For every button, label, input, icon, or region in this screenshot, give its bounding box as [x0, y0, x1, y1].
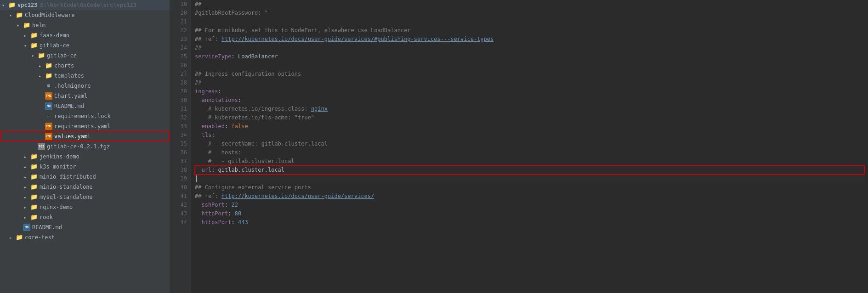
tree-item-gitlab-ce-tgz[interactable]: TGZgitlab-ce-0.2.1.tgz	[0, 141, 170, 152]
tree-item-label: k3s-monitor	[40, 163, 76, 170]
code-line: serviceType: LoadBalancer	[195, 52, 864, 61]
tree-item-label: gitlab-ce-0.2.1.tgz	[47, 143, 110, 150]
tree-item-templates[interactable]: 📁templates	[0, 71, 170, 81]
tree-item-helm[interactable]: 📁helm	[0, 20, 170, 30]
key-token: tls	[195, 132, 211, 138]
key-token: enabled	[195, 123, 225, 130]
tree-arrow	[24, 215, 30, 220]
tree-item-requirements-lock[interactable]: ≡requirements.lock	[0, 111, 170, 121]
tree-item-label: README.md	[54, 103, 84, 109]
line-number: 43	[170, 209, 187, 218]
key-token: url	[195, 167, 211, 173]
line-number: 30	[170, 96, 187, 105]
tree-arrow	[24, 185, 30, 190]
folder-icon: 📁	[8, 1, 16, 9]
tree-item-gitlab-ce-outer[interactable]: 📁gitlab-ce	[0, 40, 170, 51]
plain-token: :	[228, 210, 234, 217]
code-line: httpPort: 80	[195, 209, 864, 218]
tree-arrow	[24, 175, 30, 180]
tree-item-charts[interactable]: 📁charts	[0, 61, 170, 71]
tree-item-label: faas-demo	[40, 32, 69, 39]
key-token: serviceType	[195, 53, 231, 60]
folder-icon: 📁	[45, 72, 52, 79]
line-number: 33	[170, 122, 187, 131]
line-number: 23	[170, 35, 187, 44]
line-number: 38	[170, 166, 187, 175]
tree-item-gitlab-ce-inner[interactable]: 📁gitlab-ce	[0, 51, 170, 61]
tree-item-requirements-yaml[interactable]: YMLrequirements.yaml	[0, 121, 170, 131]
code-line: httpsPort: 443	[195, 218, 864, 227]
tree-arrow	[9, 13, 16, 18]
md-icon: MD	[45, 102, 52, 110]
code-line: annotations:	[195, 96, 864, 105]
comment-token: ## For minikube, set this to NodePort, e…	[195, 27, 411, 34]
tree-item-minio-standalone[interactable]: 📁minio-standalone	[0, 182, 170, 192]
tree-arrow	[17, 23, 23, 28]
comment-token: ## ref:	[195, 193, 221, 199]
bool-token: false	[231, 123, 248, 130]
line-number: 21	[170, 17, 187, 26]
comment-token: #gitlabRootPassword: ""	[195, 10, 271, 16]
tree-item-faas-demo[interactable]: 📁faas-demo	[0, 30, 170, 40]
tree-item-vpc123[interactable]: 📁vpc123E:\WorkCode\GoCode\src\vpc123	[0, 0, 170, 10]
file-tree: 📁vpc123E:\WorkCode\GoCode\src\vpc123📁Clo…	[0, 0, 170, 293]
tree-item-readme-md[interactable]: MDREADME.md	[0, 101, 170, 111]
yaml-icon: YML	[45, 133, 52, 140]
line-number: 44	[170, 218, 187, 227]
tree-item-label: CloudMiddleware	[25, 12, 74, 18]
comment-token: # - secretName: gitlab.cluster.local	[195, 141, 328, 147]
tree-item-core-test[interactable]: 📁core-test	[0, 232, 170, 242]
tree-item-mysql-standalone[interactable]: 📁mysql-standalone	[0, 192, 170, 202]
line-number: 34	[170, 131, 187, 140]
tgz-icon: TGZ	[38, 143, 45, 150]
line-number: 22	[170, 26, 187, 35]
tree-item-readme-md-2[interactable]: MDREADME.md	[0, 222, 170, 232]
key-token: httpsPort	[195, 219, 231, 225]
tree-item-chart-yaml[interactable]: YMLChart.yaml	[0, 91, 170, 101]
key-token: httpPort	[195, 210, 228, 217]
line-number: 26	[170, 61, 187, 70]
tree-item-label: vpc123E:\WorkCode\GoCode\src\vpc123	[17, 2, 136, 8]
tree-item-nginx-demo[interactable]: 📁nginx-demo	[0, 202, 170, 212]
tree-item-label: values.yaml	[54, 133, 91, 140]
link-token: http://kubernetes.io/docs/user-guide/ser…	[221, 193, 374, 199]
number-token: 22	[231, 202, 238, 208]
code-line: ## Configure external service ports	[195, 183, 864, 192]
plain-token: :	[225, 123, 231, 130]
tree-item-minio-distributed[interactable]: 📁minio-distributed	[0, 172, 170, 182]
tree-arrow	[24, 43, 30, 48]
folder-icon: 📁	[30, 193, 38, 201]
tree-arrow	[24, 164, 30, 169]
code-line: ## ref: http://kubernetes.io/docs/user-g…	[195, 35, 864, 44]
comment-token: # kubernetes.io/tls-acme: "true"	[195, 114, 314, 121]
tree-arrow	[39, 63, 45, 68]
line-number: 27	[170, 70, 187, 79]
tree-item-values-yaml[interactable]: YMLvalues.yaml	[0, 131, 170, 141]
link-token: nginx	[311, 106, 328, 112]
tree-item-k3s-monitor[interactable]: 📁k3s-monitor	[0, 162, 170, 172]
number-token: 80	[235, 210, 241, 217]
plain-token: :	[211, 132, 215, 138]
code-line	[195, 17, 864, 26]
comment-token: # - gitlab.cluster.local	[195, 158, 295, 164]
line-number: 24	[170, 44, 187, 52]
line-number: 40	[170, 183, 187, 192]
code-line: enabled: false	[195, 122, 864, 131]
tree-item-label: Chart.yaml	[54, 93, 87, 99]
yaml-icon: YML	[45, 92, 52, 100]
code-line: ## ref: http://kubernetes.io/docs/user-g…	[195, 192, 864, 201]
code-content[interactable]: ###gitlabRootPassword: "" ## For minikub…	[191, 0, 868, 293]
tree-item-jenkins-demo[interactable]: 📁jenkins-demo	[0, 152, 170, 162]
tree-item-rook[interactable]: 📁rook	[0, 212, 170, 222]
tree-item-label: nginx-demo	[40, 204, 73, 210]
folder-icon: 📁	[16, 234, 23, 241]
line-number: 20	[170, 9, 187, 17]
tree-item-cloudmiddleware[interactable]: 📁CloudMiddleware	[0, 10, 170, 20]
tree-item-helmignore[interactable]: ≡.helmignore	[0, 81, 170, 91]
file-icon: ≡	[45, 82, 52, 90]
code-line: # - gitlab.cluster.local	[195, 157, 864, 166]
link-token: http://kubernetes.io/docs/user-guide/ser…	[221, 36, 494, 42]
plain-token: :	[225, 202, 231, 208]
folder-icon: 📁	[30, 214, 38, 221]
tree-arrow	[24, 154, 30, 159]
